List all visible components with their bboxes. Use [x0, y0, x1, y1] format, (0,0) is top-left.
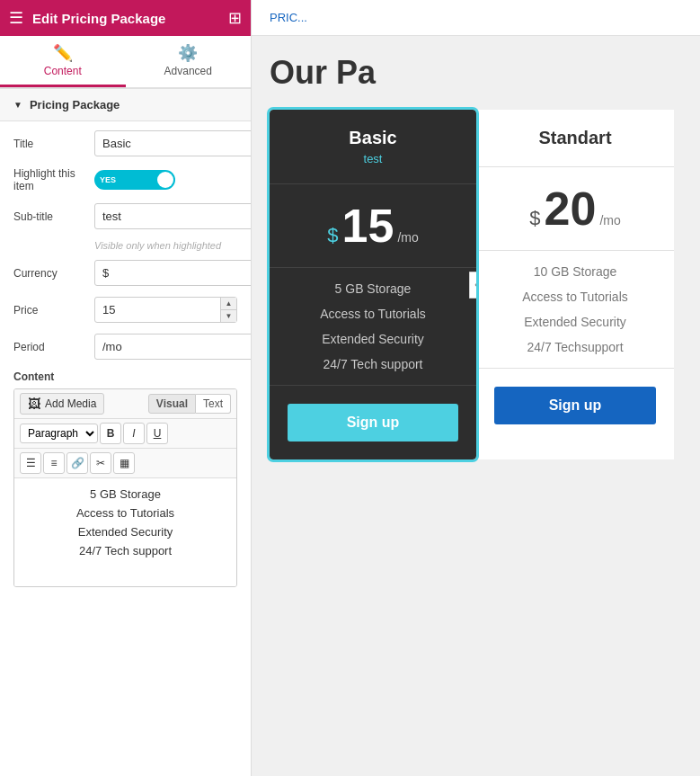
subtitle-hint: Visible only when highlighted: [94, 240, 237, 251]
standard-feature-4: 24/7 Techsupport: [494, 340, 656, 354]
panel-title: Edit Pricing Package: [32, 11, 228, 26]
paragraph-select[interactable]: Paragraph: [20, 424, 98, 443]
basic-card-subtitle: test: [288, 152, 458, 165]
standard-card-header: Standart: [476, 110, 674, 167]
advanced-tab-icon: ⚙️: [178, 43, 198, 63]
highlight-toggle[interactable]: YES: [94, 170, 175, 190]
period-row: Period: [13, 334, 237, 360]
basic-card-title: Basic: [288, 128, 458, 148]
panel-tabs: ✏️ Content ⚙️ Advanced: [0, 36, 251, 89]
standard-signup-button[interactable]: Sign up: [494, 387, 656, 424]
period-input[interactable]: [94, 334, 251, 360]
content-tab-label: Content: [44, 65, 82, 77]
tab-content[interactable]: ✏️ Content: [0, 36, 126, 87]
standard-currency: $: [529, 207, 540, 230]
pricing-cards: Basic test $ 15 /mo 5 GB Storage Access …: [270, 110, 682, 459]
form-body: Title Highlight this item YES Sub-title …: [0, 121, 251, 776]
basic-card-price: $ 15 /mo: [270, 184, 476, 268]
basic-card-header: Basic test: [270, 110, 476, 184]
content-line-1: 5 GB Storage: [23, 487, 227, 501]
currency-input[interactable]: [94, 260, 251, 286]
hamburger-icon[interactable]: ☰: [9, 8, 23, 28]
collapse-handle[interactable]: ‹: [469, 272, 476, 299]
highlight-toggle-wrapper: YES: [94, 170, 175, 190]
basic-feature-4: 24/7 Tech support: [288, 357, 458, 371]
standard-price-period: /mo: [599, 213, 620, 227]
italic-button[interactable]: I: [123, 423, 145, 444]
editor-toolbar: 🖼 Add Media Visual Text Paragraph B I U …: [13, 388, 237, 587]
table-btn[interactable]: ▦: [113, 452, 135, 474]
subtitle-input[interactable]: [94, 203, 251, 229]
editor-format-bar: Paragraph B I U: [14, 419, 236, 449]
list-ordered-btn[interactable]: ≡: [43, 452, 65, 474]
price-increment-btn[interactable]: ▲: [220, 298, 236, 310]
section-label: Pricing Package: [30, 98, 120, 111]
basic-card-features: 5 GB Storage Access to Tutorials Extende…: [270, 268, 476, 386]
link-btn[interactable]: 🔗: [66, 452, 88, 474]
price-spinners: ▲ ▼: [220, 298, 236, 322]
currency-label: Currency: [13, 267, 94, 280]
standard-price-amount: 20: [545, 185, 597, 232]
underline-button[interactable]: U: [146, 423, 168, 444]
section-arrow-icon[interactable]: ▼: [13, 100, 22, 110]
standard-feature-2: Access to Tutorials: [494, 290, 656, 304]
price-input[interactable]: [94, 297, 237, 323]
subtitle-label: Sub-title: [13, 210, 94, 223]
unlink-btn[interactable]: ✂: [90, 452, 111, 474]
standard-pricing-card: Standart $ 20 /mo 10 GB Storage Access t…: [476, 110, 674, 459]
basic-signup-button[interactable]: Sign up: [288, 404, 458, 442]
editor-topbar: 🖼 Add Media Visual Text: [14, 389, 236, 419]
content-tab-icon: ✏️: [53, 43, 73, 63]
text-tab[interactable]: Text: [196, 394, 231, 414]
tab-advanced[interactable]: ⚙️ Advanced: [126, 36, 252, 87]
content-line-3: Extended Security: [23, 525, 227, 539]
list-unordered-btn[interactable]: ☰: [20, 452, 41, 474]
grid-icon[interactable]: ⊞: [228, 8, 242, 28]
content-line-2: Access to Tutorials: [23, 506, 227, 520]
add-media-icon: 🖼: [28, 397, 40, 411]
basic-pricing-card: Basic test $ 15 /mo 5 GB Storage Access …: [270, 110, 476, 459]
advanced-tab-label: Advanced: [164, 65, 212, 77]
price-input-wrapper: ▲ ▼: [94, 297, 237, 323]
basic-currency: $: [327, 224, 338, 247]
editor-content[interactable]: 5 GB Storage Access to Tutorials Extende…: [14, 478, 236, 586]
content-label: Content: [13, 370, 237, 383]
section-header: ▼ Pricing Package: [0, 89, 251, 121]
basic-price-period: /mo: [397, 230, 418, 245]
editor-row2: ☰ ≡ 🔗 ✂ ▦: [14, 449, 236, 478]
basic-feature-3: Extended Security: [288, 332, 458, 346]
right-header: PRIC...: [252, 0, 700, 36]
basic-price-amount: 15: [342, 202, 394, 249]
add-media-label: Add Media: [45, 397, 96, 410]
right-content: Our Pa Basic test $ 15 /mo 5 GB Storage …: [252, 36, 700, 477]
period-label: Period: [13, 341, 94, 353]
page-heading: Our Pa: [270, 54, 682, 92]
toggle-yes-label: YES: [100, 175, 116, 184]
left-panel: ☰ Edit Pricing Package ⊞ ✏️ Content ⚙️ A…: [0, 0, 252, 776]
price-decrement-btn[interactable]: ▼: [220, 310, 236, 322]
content-line-4: 24/7 Tech support: [23, 544, 227, 557]
title-label: Title: [13, 138, 94, 150]
title-row: Title: [13, 130, 237, 156]
standard-card-features: 10 GB Storage Access to Tutorials Extend…: [476, 251, 674, 369]
standard-card-title: Standart: [494, 128, 656, 148]
standard-feature-1: 10 GB Storage: [494, 264, 656, 279]
add-media-button[interactable]: 🖼 Add Media: [20, 393, 104, 415]
pricing-breadcrumb[interactable]: PRIC...: [270, 11, 307, 24]
standard-feature-3: Extended Security: [494, 315, 656, 329]
view-tabs: Visual Text: [148, 394, 231, 414]
basic-feature-1: 5 GB Storage: [288, 281, 458, 296]
price-row: Price ▲ ▼: [13, 297, 237, 323]
highlight-label: Highlight this item: [13, 167, 94, 192]
standard-card-cta: Sign up: [476, 369, 674, 442]
price-label: Price: [13, 304, 94, 317]
visual-tab[interactable]: Visual: [148, 394, 196, 414]
standard-card-price: $ 20 /mo: [476, 167, 674, 251]
panel-header: ☰ Edit Pricing Package ⊞: [0, 0, 251, 36]
bold-button[interactable]: B: [100, 423, 121, 444]
basic-feature-2: Access to Tutorials: [288, 307, 458, 321]
subtitle-row: Sub-title: [13, 203, 237, 229]
right-panel: PRIC... Our Pa Basic test $ 15 /mo 5 GB …: [252, 0, 700, 776]
title-input[interactable]: [94, 130, 251, 156]
highlight-row: Highlight this item YES: [13, 167, 237, 192]
